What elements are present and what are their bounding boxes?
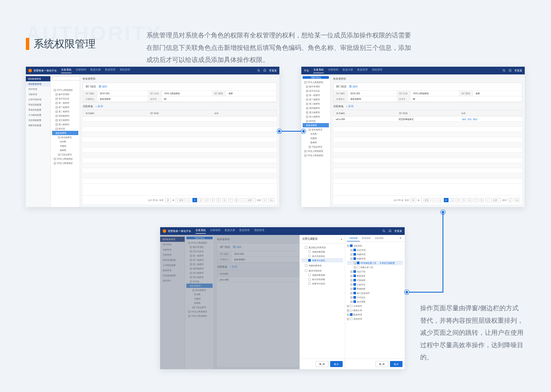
page-number[interactable]: 6 [222, 198, 227, 202]
drawer-tab[interactable]: 功能权限 [347, 235, 360, 241]
tree-node[interactable]: +第一检察部 [52, 101, 78, 105]
row-action[interactable]: 编辑 [462, 118, 466, 120]
perm-tree-node[interactable]: +检务权贵 [347, 274, 403, 278]
sidebar-item[interactable]: 检察流程配置 [26, 123, 50, 128]
role-add-button[interactable]: + 新增 [346, 105, 353, 108]
sidebar-item[interactable]: 组织机构管理 [26, 81, 50, 86]
tree-add-button[interactable]: ☰ 新增单位 [303, 76, 329, 79]
perm-group-label[interactable]: 案涉赃证刑类页面 [301, 245, 343, 250]
page-number[interactable]: 5 [216, 198, 221, 202]
close-icon[interactable]: × [398, 235, 403, 241]
tree-node[interactable]: +第一检察部 [303, 93, 329, 97]
tree-node[interactable]: +XX区人民检察院 [303, 149, 329, 153]
close-icon[interactable]: × [341, 238, 342, 241]
tree-search-input[interactable] [52, 76, 80, 80]
page-number[interactable]: 2 [444, 198, 449, 202]
bell-icon[interactable] [508, 69, 512, 72]
page-number[interactable]: 3 [204, 198, 209, 202]
edit-link[interactable]: ☰ 编辑 [99, 85, 107, 89]
nav-tab[interactable]: 系统管理 [372, 68, 382, 73]
page-number[interactable]: 8 [480, 198, 484, 202]
tree-node[interactable]: 检务督察部 [52, 131, 78, 135]
perm-tree-node[interactable]: +系统管理 [347, 317, 403, 321]
perm-tree-node[interactable]: +行政检察 [347, 278, 403, 282]
page-number[interactable]: 5 [461, 198, 466, 202]
page-number[interactable]: 7 [228, 198, 233, 202]
nav-tab[interactable]: 数据管理 [105, 68, 115, 73]
perm-tree-node[interactable]: +业务系统 [347, 244, 403, 248]
perm-item[interactable]: 批量导出按钮 [301, 281, 343, 286]
tree-node[interactable]: 张为民 [52, 139, 78, 144]
page-number[interactable]: 3 [450, 198, 455, 202]
tree-node[interactable]: 黄树民 [303, 140, 329, 145]
perm-group-label[interactable]: 案涉详情页面 [301, 269, 343, 273]
nav-tab[interactable]: 系统管理 [120, 68, 130, 73]
nav-tab[interactable]: 业务系统 [61, 68, 71, 73]
tree-node[interactable]: +行政监察官 [52, 152, 78, 157]
perm-item[interactable]: 批量导出按钮 [301, 258, 343, 262]
page-number[interactable]: 1 [192, 198, 197, 202]
tree-node[interactable]: +第四检察部 [52, 114, 78, 118]
tree-node[interactable]: -XX市人民检察院 [303, 80, 329, 84]
tree-node[interactable]: +第五检察部 [52, 118, 78, 122]
confirm-button[interactable]: 确 定 [330, 361, 343, 367]
tree-node[interactable]: +案件管理部 [52, 92, 78, 96]
tree-node[interactable]: 何建国 [303, 136, 329, 140]
user-name[interactable]: 李某某 [269, 69, 277, 73]
sidebar-item[interactable]: 功能管理 [26, 92, 50, 97]
nav-tab[interactable]: 系统管理 [254, 228, 264, 234]
page-number[interactable]: 6 [467, 198, 472, 202]
sidebar-item[interactable]: 用户管理 [26, 86, 50, 92]
confirm-button[interactable]: 确 定 [390, 361, 402, 367]
nav-tab[interactable]: 数据管理 [357, 68, 368, 73]
tree-node[interactable]: +第二检察部 [303, 97, 329, 102]
perm-tree-node[interactable]: +线索管理 [347, 256, 403, 261]
row-action[interactable]: 删除 [473, 118, 477, 120]
search-icon[interactable] [382, 229, 386, 233]
row-action[interactable]: 授权 [467, 118, 472, 120]
perm-tree-node[interactable]: +数据大屏 [347, 308, 403, 312]
perm-tree-node[interactable]: +民事检察 [347, 287, 403, 291]
tree-node[interactable]: 张为民 [303, 132, 329, 136]
tree-node[interactable]: +第六检察部 [303, 114, 329, 119]
sidebar-item[interactable]: 分类字典管理 [26, 97, 50, 102]
tree-node[interactable]: +第四检察部 [303, 106, 329, 110]
perm-tree-node[interactable]: +技术调查 [347, 299, 403, 304]
tree-node[interactable]: +技术信息处 [52, 96, 78, 101]
tree-node[interactable]: +技术信息处 [303, 89, 329, 93]
tree-node[interactable]: +行政监察官 [303, 145, 329, 149]
tree-node[interactable]: 检务督察部 [303, 123, 329, 127]
tree-node[interactable]: 黄树民 [52, 148, 78, 152]
nav-tab[interactable]: 数据管理 [239, 228, 250, 234]
page-number[interactable]: 4 [210, 198, 215, 202]
tree-node[interactable]: -研究室 [303, 119, 329, 123]
tree-node[interactable]: +XX区人民检察院 [52, 161, 78, 165]
perm-tree-node[interactable]: +文件送达 [347, 295, 403, 299]
search-icon[interactable] [502, 69, 506, 72]
tree-node[interactable]: 何建国 [52, 144, 78, 148]
tree-node[interactable]: +第三检察部 [52, 109, 78, 114]
tree-node[interactable]: -政策检察官 [303, 127, 329, 132]
nav-tab[interactable]: 业务系统 [313, 68, 324, 73]
tree-node[interactable]: +案件管理部 [303, 84, 329, 89]
tree-node[interactable]: +第五检察部 [303, 110, 329, 114]
nav-tab[interactable]: 数据大屏 [343, 68, 353, 73]
cancel-button[interactable]: 取 消 [375, 361, 388, 367]
bell-icon[interactable] [263, 69, 266, 72]
perm-tree-node[interactable]: +线索管理 [347, 252, 403, 256]
sidebar-item[interactable]: 文书模块配置 [26, 112, 50, 117]
bell-icon[interactable] [388, 229, 392, 233]
perm-tree-node[interactable]: XX线索处置工具⚙ 页面元素配置 [347, 261, 403, 265]
page-number[interactable]: 4 [455, 198, 460, 202]
drawer-tab[interactable]: 指标参数 [373, 235, 386, 241]
perm-item[interactable]: 株式列表按钮 [301, 254, 343, 258]
perm-tree-node[interactable]: +数据管理 [347, 312, 403, 317]
perm-tree-node[interactable]: +分析研判 [347, 304, 403, 308]
nav-tab[interactable]: 业务系统 [195, 228, 206, 234]
role-add-button[interactable]: + 新增 [96, 105, 103, 108]
tree-node[interactable]: -政策检察官 [52, 135, 78, 139]
perm-tree-node[interactable]: +核心权益保护 [347, 291, 403, 295]
perm-tree-node[interactable]: +知识产权 [347, 269, 403, 274]
nav-tab[interactable]: 数据大屏 [90, 68, 101, 73]
cancel-button[interactable]: 取 消 [316, 361, 328, 367]
